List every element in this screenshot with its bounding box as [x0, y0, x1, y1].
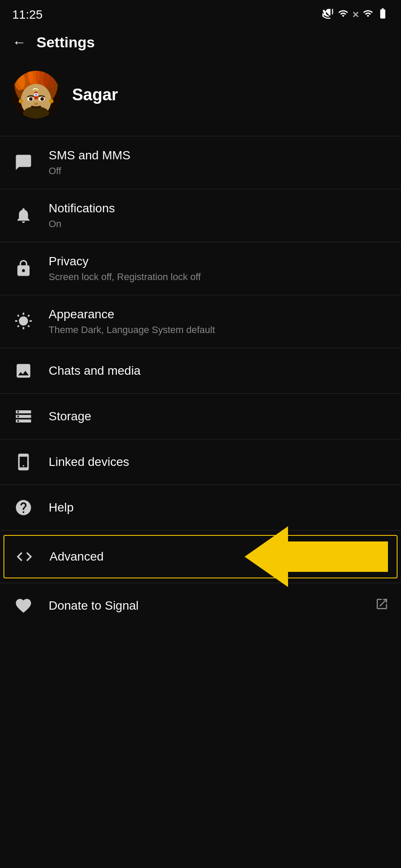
status-icons: ✕ — [322, 7, 389, 22]
svg-point-10 — [35, 94, 37, 96]
settings-list: SMS and MMS Off Notifications On Privacy… — [0, 136, 401, 628]
privacy-content: Privacy Screen lock off, Registration lo… — [49, 254, 389, 284]
signal-x-icon: ✕ — [352, 10, 359, 20]
settings-item-appearance[interactable]: Appearance Theme Dark, Language System d… — [0, 295, 401, 348]
sms-label: SMS and MMS — [49, 148, 389, 163]
settings-item-privacy[interactable]: Privacy Screen lock off, Registration lo… — [0, 242, 401, 295]
storage-label: Storage — [49, 409, 389, 424]
image-icon — [12, 360, 35, 382]
sms-sublabel: Off — [49, 165, 389, 178]
advanced-row-wrapper: Advanced — [0, 535, 401, 578]
arrow-head — [245, 526, 288, 587]
settings-item-sms[interactable]: SMS and MMS Off — [0, 136, 401, 189]
arrow-annotation — [245, 526, 388, 587]
chats-label: Chats and media — [49, 363, 389, 379]
donate-content: Donate to Signal — [49, 598, 361, 614]
chats-content: Chats and media — [49, 363, 389, 379]
svg-point-13 — [29, 97, 33, 101]
help-icon — [12, 496, 35, 519]
avatar[interactable] — [12, 71, 60, 119]
donate-label: Donate to Signal — [49, 598, 361, 614]
mute-icon — [322, 7, 335, 22]
svg-point-15 — [34, 102, 38, 105]
notifications-label: Notifications — [49, 201, 389, 216]
appearance-content: Appearance Theme Dark, Language System d… — [49, 307, 389, 337]
lock-icon — [12, 257, 35, 280]
settings-item-chats[interactable]: Chats and media — [0, 348, 401, 393]
notifications-sublabel: On — [49, 218, 389, 231]
sun-icon — [12, 310, 35, 333]
svg-point-14 — [40, 97, 44, 101]
storage-content: Storage — [49, 409, 389, 424]
settings-item-storage[interactable]: Storage — [0, 394, 401, 439]
page-title: Settings — [36, 34, 95, 51]
bell-icon — [12, 204, 35, 227]
settings-item-linked[interactable]: Linked devices — [0, 439, 401, 485]
help-label: Help — [49, 500, 389, 515]
settings-item-donate[interactable]: Donate to Signal — [0, 583, 401, 628]
signal-icon-2 — [363, 8, 373, 21]
code-icon — [13, 545, 36, 568]
svg-point-18 — [49, 99, 53, 103]
back-button[interactable]: ← — [12, 34, 26, 50]
settings-item-notifications[interactable]: Notifications On — [0, 189, 401, 242]
devices-icon — [12, 451, 35, 473]
storage-icon — [12, 405, 35, 428]
svg-point-6 — [15, 73, 25, 90]
profile-name: Sagar — [72, 86, 118, 104]
appearance-sublabel: Theme Dark, Language System default — [49, 324, 389, 337]
chat-icon — [12, 151, 35, 174]
sms-content: SMS and MMS Off — [49, 148, 389, 178]
signal-icon-1 — [338, 8, 348, 21]
help-content: Help — [49, 500, 389, 515]
settings-item-help[interactable]: Help — [0, 485, 401, 530]
profile-section[interactable]: Sagar — [0, 59, 401, 136]
heart-icon — [12, 594, 35, 617]
status-time: 11:25 — [12, 8, 43, 22]
svg-point-17 — [19, 99, 23, 103]
arrow-shaft — [288, 541, 388, 572]
linked-content: Linked devices — [49, 454, 389, 470]
privacy-sublabel: Screen lock off, Registration lock off — [49, 271, 389, 284]
linked-label: Linked devices — [49, 454, 389, 470]
notifications-content: Notifications On — [49, 201, 389, 231]
privacy-label: Privacy — [49, 254, 389, 269]
battery-icon — [377, 7, 389, 22]
external-link-icon — [375, 597, 389, 614]
appearance-label: Appearance — [49, 307, 389, 322]
top-bar: ← Settings — [0, 26, 401, 59]
status-bar: 11:25 ✕ — [0, 0, 401, 26]
svg-point-5 — [43, 71, 55, 89]
